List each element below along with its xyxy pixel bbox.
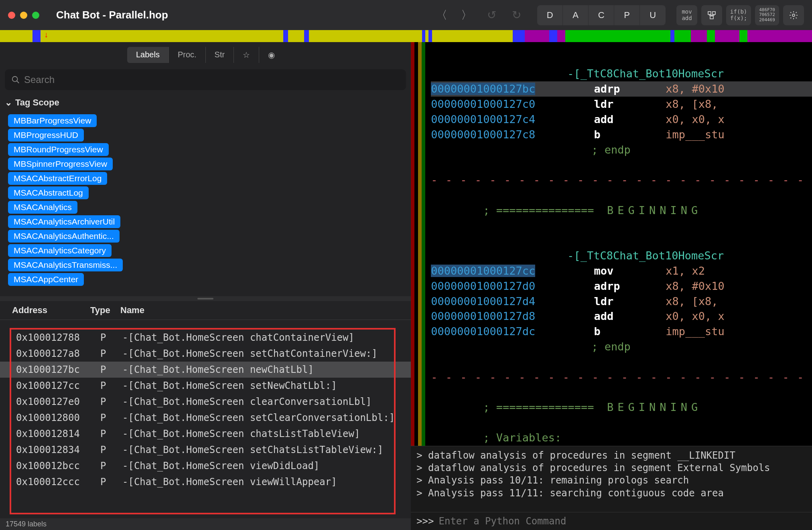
labels-table: Address Type Name 0x100012788P-[Chat_Bot… xyxy=(0,301,411,518)
traffic-lights xyxy=(8,12,39,19)
layout-icon xyxy=(707,10,717,20)
titlebar: Chat Bot - Parallel.hop 〈 〉 ↺ ↻ D A C P … xyxy=(0,0,812,30)
col-header-address[interactable]: Address xyxy=(12,305,90,316)
table-row[interactable]: 0x1000127a8P-[Chat_Bot.HomeScreen setCha… xyxy=(0,346,411,362)
tag-item[interactable]: MBProgressHUD xyxy=(8,129,84,142)
tag-item[interactable]: MBRoundProgressView xyxy=(8,143,109,156)
tag-scope-toggle[interactable]: ⌄ Tag Scope xyxy=(0,93,411,112)
redo-button[interactable]: ↻ xyxy=(506,5,526,25)
col-header-type[interactable]: Type xyxy=(90,305,120,316)
tab-labels[interactable]: Labels xyxy=(127,47,169,63)
tab-str[interactable]: Str xyxy=(206,47,234,63)
tag-item[interactable]: MSACAnalyticsArchiverUtil xyxy=(8,215,120,228)
search-box[interactable] xyxy=(5,69,406,90)
nav-forward-button[interactable]: 〉 xyxy=(457,5,477,25)
mode-button-p[interactable]: P xyxy=(614,5,640,25)
current-position-marker: ↓ xyxy=(44,30,48,39)
mode-button-d[interactable]: D xyxy=(537,5,563,25)
layout-button[interactable] xyxy=(701,5,722,25)
disasm-gutter xyxy=(411,42,425,446)
tag-item[interactable]: MBBarProgressView xyxy=(8,114,97,127)
nav-back-button[interactable]: 〈 xyxy=(432,5,452,25)
left-sidebar: Labels Proc. Str ☆ ◉ ⌄ Tag Scope MBBarPr… xyxy=(0,42,411,530)
settings-button[interactable] xyxy=(783,5,804,25)
tag-item[interactable]: MSACAnalytics xyxy=(8,201,77,214)
mode-button-c[interactable]: C xyxy=(589,5,614,25)
tab-record[interactable]: ◉ xyxy=(259,47,284,63)
fullscreen-window-button[interactable] xyxy=(32,12,39,19)
table-row[interactable]: 0x100012834P-[Chat_Bot.HomeScreen setCha… xyxy=(0,442,411,458)
mode-button-a[interactable]: A xyxy=(563,5,589,25)
navigation-overview-bar[interactable]: ↓ xyxy=(0,30,812,42)
disassembly-view[interactable]: -[_TtC8Chat_Bot10HomeScr 00000001000127b… xyxy=(411,42,812,446)
chevron-down-icon: ⌄ xyxy=(5,97,12,108)
panel-splitter[interactable] xyxy=(0,296,411,301)
tag-item[interactable]: MSACAnalyticsTransmiss... xyxy=(8,259,123,271)
table-row[interactable]: 0x100012800P-[Chat_Bot.HomeScreen setCle… xyxy=(0,410,411,426)
hex-button[interactable]: 486F70 706572 204469 xyxy=(755,5,779,25)
proc-title: -[_TtC8Chat_Bot10HomeScr xyxy=(567,249,724,262)
tag-item[interactable]: MBSpinnerProgressView xyxy=(8,158,113,170)
view-mode-segmented: D A C P U xyxy=(537,5,666,25)
record-icon: ◉ xyxy=(268,51,275,59)
table-row[interactable]: 0x1000127ccP-[Chat_Bot.HomeScreen setNew… xyxy=(0,378,411,394)
tags-list: MBBarProgressView MBProgressHUD MBRoundP… xyxy=(0,112,411,296)
transform-button[interactable]: mov add xyxy=(676,5,697,25)
svg-point-3 xyxy=(792,14,795,16)
undo-button[interactable]: ↺ xyxy=(481,5,501,25)
console-input[interactable] xyxy=(438,516,812,527)
console-prompt: >>> xyxy=(416,516,434,527)
pseudocode-button[interactable]: if(b) f(x); xyxy=(726,5,751,25)
table-row[interactable]: 0x100012bccP-[Chat_Bot.HomeScreen viewDi… xyxy=(0,458,411,474)
svg-point-4 xyxy=(12,77,18,82)
table-row[interactable]: 0x100012cccP-[Chat_Bot.HomeScreen viewWi… xyxy=(0,474,411,490)
tag-item[interactable]: MSACAnalyticsCategory xyxy=(8,244,112,257)
labels-table-header: Address Type Name xyxy=(0,301,411,320)
console-log: > dataflow analysis of procedures in seg… xyxy=(411,446,812,512)
console-line: > dataflow analysis of procedures in seg… xyxy=(416,449,812,462)
tag-item[interactable]: MSACAbstractErrorLog xyxy=(8,172,107,185)
tag-item[interactable]: MSACAppCenter xyxy=(8,273,84,286)
svg-rect-1 xyxy=(713,12,715,14)
proc-title: -[_TtC8Chat_Bot10HomeScr xyxy=(567,67,724,80)
search-input[interactable] xyxy=(24,74,400,85)
star-icon: ☆ xyxy=(243,51,250,59)
chevron-right-icon: 〉 xyxy=(461,8,472,23)
search-icon xyxy=(11,75,20,84)
table-row[interactable]: 0x1000127e0P-[Chat_Bot.HomeScreen clearC… xyxy=(0,394,411,410)
svg-rect-0 xyxy=(708,12,711,14)
table-row[interactable]: 0x100012814P-[Chat_Bot.HomeScreen chatsL… xyxy=(0,426,411,442)
close-window-button[interactable] xyxy=(8,12,15,19)
labels-table-body: 0x100012788P-[Chat_Bot.HomeScreen chatCo… xyxy=(0,320,411,518)
redo-icon: ↻ xyxy=(512,8,521,22)
undo-icon: ↺ xyxy=(487,8,496,22)
console-line: > dataflow analysis of procedures in seg… xyxy=(416,462,812,474)
col-header-name[interactable]: Name xyxy=(120,305,399,316)
gear-icon xyxy=(789,10,798,20)
console-line: > Analysis pass 10/11: remaining prologs… xyxy=(416,474,812,487)
tag-scope-title: Tag Scope xyxy=(15,97,59,108)
tag-item[interactable]: MSACAnalyticsAuthentic... xyxy=(8,230,120,243)
python-console: > dataflow analysis of procedures in seg… xyxy=(411,446,812,530)
window-title: Chat Bot - Parallel.hop xyxy=(56,9,168,21)
tag-item[interactable]: MSACAbstractLog xyxy=(8,186,89,199)
console-line: > Analysis pass 11/11: searching contigu… xyxy=(416,487,812,500)
status-bar: 17549 labels xyxy=(0,518,411,530)
filter-tabs: Labels Proc. Str ☆ ◉ xyxy=(0,42,411,66)
table-row[interactable]: 0x1000127bcP-[Chat_Bot.HomeScreen newCha… xyxy=(0,362,411,378)
minimize-window-button[interactable] xyxy=(20,12,27,19)
svg-rect-2 xyxy=(710,16,713,19)
chevron-left-icon: 〈 xyxy=(436,8,447,23)
tab-proc[interactable]: Proc. xyxy=(169,47,206,63)
table-row[interactable]: 0x100012788P-[Chat_Bot.HomeScreen chatCo… xyxy=(0,330,411,346)
right-panel: -[_TtC8Chat_Bot10HomeScr 00000001000127b… xyxy=(411,42,812,530)
tab-star[interactable]: ☆ xyxy=(234,47,259,63)
mode-button-u[interactable]: U xyxy=(640,5,666,25)
